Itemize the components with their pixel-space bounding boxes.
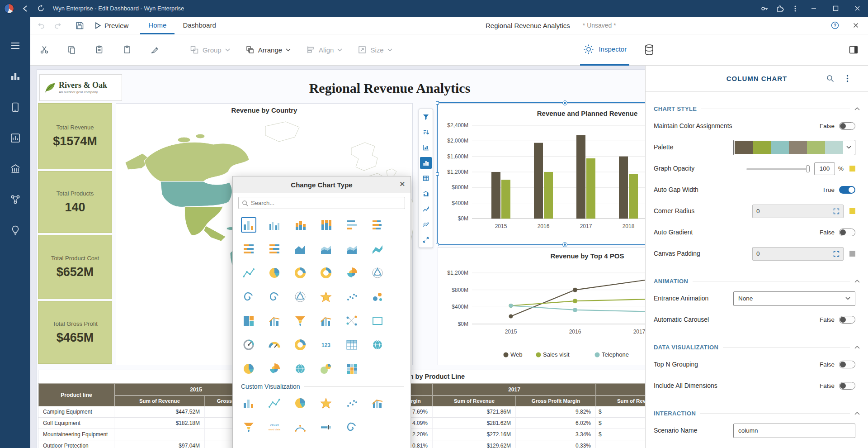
format-painter-icon[interactable] (147, 42, 162, 57)
chart-type-kpi-123-icon[interactable]: 123 (318, 337, 334, 353)
chart-type-bubble-icon[interactable] (370, 289, 385, 305)
redo-icon[interactable] (51, 19, 65, 32)
kpi-total-products[interactable]: Total Products 140 (38, 171, 112, 233)
copy-icon[interactable] (64, 42, 80, 57)
nav-charts-icon[interactable] (9, 70, 22, 83)
quick-expand-icon[interactable] (420, 234, 432, 246)
chart-type-pareto-icon[interactable] (318, 313, 334, 329)
canvas-padding-input[interactable] (756, 250, 811, 257)
back-icon[interactable] (18, 1, 33, 16)
align-dropdown[interactable]: Align (306, 45, 342, 54)
chart-type-clustered-bar-icon[interactable] (344, 217, 359, 233)
chart-type-treemap-icon[interactable] (241, 313, 256, 329)
section-data-visualization[interactable]: DATA VISUALIZATION (654, 340, 860, 354)
kpi-total-product-cost[interactable]: Total Product Cost $652M (38, 235, 112, 299)
expand-icon[interactable] (833, 208, 840, 214)
nav-reports-icon[interactable] (9, 132, 22, 144)
minimize-icon[interactable] (803, 0, 825, 17)
password-key-icon[interactable] (757, 1, 772, 16)
menu-kebab-icon[interactable] (788, 1, 803, 16)
chart-type-clustered-column-icon[interactable] (267, 217, 282, 233)
chart-type-custom-spiral-icon[interactable] (344, 419, 359, 435)
chart-type-nested-doughnut-icon[interactable] (318, 265, 334, 281)
chart-type-rose-icon[interactable] (344, 265, 359, 281)
quick-data-grid-icon[interactable] (420, 172, 432, 184)
tab-dashboard[interactable]: Dashboard (175, 17, 224, 34)
chart-type-range-area-icon[interactable] (370, 241, 385, 257)
chart-type-pie-icon[interactable] (267, 265, 282, 281)
corner-radius-input[interactable] (756, 208, 811, 214)
chart-type-stacked-column-icon[interactable] (292, 217, 308, 233)
nav-menu-icon[interactable] (9, 39, 22, 52)
clipboard-icon[interactable] (119, 42, 135, 57)
chart-type-percent-stacked-bar-icon[interactable] (241, 241, 256, 257)
arrange-dropdown[interactable]: Arrange (245, 45, 291, 54)
quick-sort-icon[interactable] (420, 126, 432, 138)
chart-type-pivot-table-icon[interactable] (344, 337, 359, 353)
chart-type-combo-icon[interactable] (267, 313, 282, 329)
chart-type-column-icon[interactable] (241, 217, 256, 233)
kpi-total-gross-profit[interactable]: Total Gross Profit $465M (38, 301, 112, 364)
chart-type-funnel-icon[interactable] (292, 313, 308, 329)
chart-type-half-gauge-icon[interactable] (267, 337, 282, 353)
quick-combo-chart-icon[interactable] (420, 188, 432, 200)
chart-type-percent-stacked-column-icon[interactable] (318, 217, 334, 233)
chart-type-star-icon[interactable] (318, 289, 334, 305)
help-icon[interactable]: ? (828, 19, 842, 32)
chart-type-word-cloud-icon[interactable]: cloudword data (267, 419, 282, 435)
chart-type-stacked-bar-icon[interactable] (370, 217, 385, 233)
chart-type-custom-pie-icon[interactable] (292, 396, 308, 411)
nav-tips-icon[interactable] (9, 224, 22, 237)
chart-type-line-icon[interactable] (241, 265, 256, 281)
auto-gradient-toggle[interactable] (839, 229, 855, 236)
chart-type-range-bar-icon[interactable] (267, 241, 282, 257)
chart-type-globe-icon[interactable] (370, 337, 385, 353)
chart-search-input[interactable] (251, 200, 401, 206)
opacity-input[interactable] (814, 162, 835, 175)
quick-filter-icon[interactable] (420, 111, 432, 123)
refresh-icon[interactable] (33, 1, 48, 16)
nav-mobile-icon[interactable] (9, 101, 22, 114)
carousel-toggle[interactable] (839, 316, 855, 324)
chart-type-ring-gauge-icon[interactable] (292, 337, 308, 353)
expand-icon[interactable] (833, 251, 840, 257)
chart-type-custom-histogram-icon[interactable] (370, 396, 385, 411)
chart-type-custom-scatter-icon[interactable] (344, 396, 359, 411)
nav-portal-icon[interactable] (9, 162, 22, 175)
save-icon[interactable] (73, 19, 86, 32)
chart-type-geo-globe-icon[interactable] (292, 361, 308, 377)
chart-type-polar-scatter-icon[interactable] (370, 265, 385, 281)
more-options-icon[interactable] (841, 72, 854, 85)
chart-type-percent-stacked-area-icon[interactable] (344, 241, 359, 257)
quick-chart-type-icon[interactable] (420, 157, 432, 169)
data-binding-icon[interactable] (641, 42, 657, 58)
line-chart-panel[interactable]: $0M$400M$800M$1,200M201520162017WebSales… (438, 247, 645, 365)
chart-type-geo-pie-icon[interactable] (318, 361, 334, 377)
chart-type-gauge-icon[interactable] (241, 337, 256, 353)
inspector-tab[interactable]: Inspector (580, 34, 629, 66)
chart-type-custom-bullet-icon[interactable] (318, 419, 334, 435)
chart-type-spiral-icon[interactable] (241, 289, 256, 305)
column-chart-panel[interactable]: $0M$400M$800M$1,200M$1,600M$2,000M$2,400… (438, 103, 645, 244)
chart-type-slope-icon[interactable] (344, 313, 359, 329)
chart-type-area-icon[interactable] (292, 241, 308, 257)
size-dropdown[interactable]: Size (358, 45, 392, 54)
close-window-icon[interactable] (846, 0, 868, 17)
maximize-icon[interactable] (825, 0, 846, 17)
chart-type-rectangle-icon[interactable] (370, 313, 385, 329)
undo-icon[interactable] (34, 19, 47, 32)
chart-type-polar-area-icon[interactable] (292, 289, 308, 305)
chart-type-rose-3d-icon[interactable] (267, 361, 282, 377)
maintain-color-toggle[interactable] (839, 122, 855, 130)
chart-type-scatter-icon[interactable] (344, 289, 359, 305)
opacity-slider[interactable] (746, 165, 810, 172)
chart-type-custom-funnel-icon[interactable] (241, 419, 256, 435)
group-dropdown[interactable]: Group (190, 45, 230, 54)
chart-type-heatmap-icon[interactable] (344, 361, 359, 377)
preview-button[interactable]: Preview (94, 22, 128, 29)
scenario-name-input[interactable] (733, 424, 855, 438)
palette-dropdown[interactable] (733, 140, 855, 155)
tab-home[interactable]: Home (140, 17, 175, 34)
close-document-icon[interactable] (849, 19, 863, 32)
include-all-toggle[interactable] (839, 382, 855, 390)
